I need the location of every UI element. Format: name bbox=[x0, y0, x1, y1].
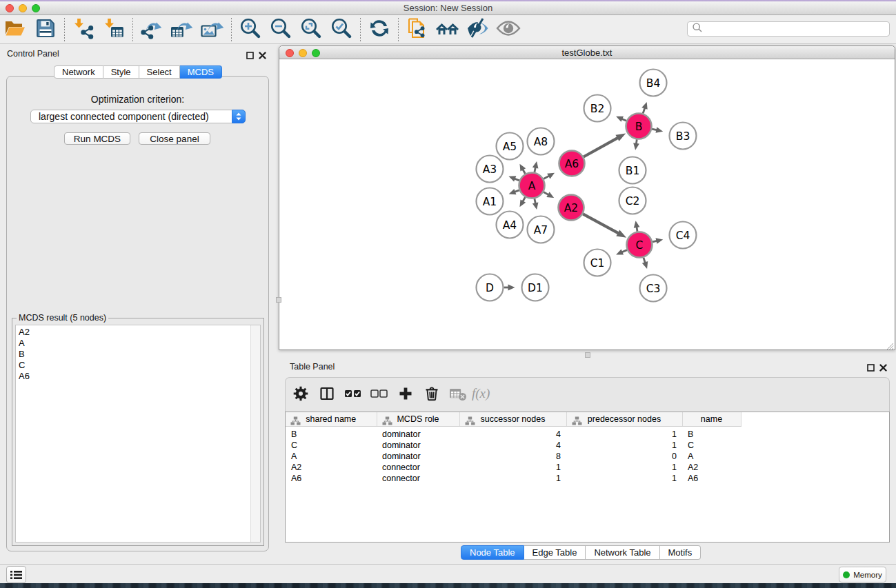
save-session-button[interactable] bbox=[30, 16, 61, 43]
horizontal-splitter-handle[interactable] bbox=[585, 352, 590, 358]
close-panel-icon[interactable] bbox=[259, 50, 266, 62]
edge-A2-C[interactable] bbox=[583, 214, 619, 234]
graph-node-C[interactable]: C bbox=[627, 232, 653, 258]
graph-node-C2[interactable]: C2 bbox=[619, 187, 646, 214]
import-network-button[interactable] bbox=[68, 16, 99, 43]
mcds-result-item[interactable]: C bbox=[19, 360, 260, 371]
table-cell[interactable]: dominator bbox=[377, 440, 459, 451]
add-column-button[interactable] bbox=[392, 381, 419, 409]
table-cell[interactable]: 4 bbox=[459, 440, 566, 451]
table-cell[interactable]: C bbox=[682, 440, 741, 451]
graph-node-A7[interactable]: A7 bbox=[528, 216, 555, 243]
zoom-out-button[interactable] bbox=[266, 16, 296, 43]
graph-node-B1[interactable]: B1 bbox=[619, 157, 646, 184]
table-cell[interactable]: B bbox=[286, 429, 377, 440]
run-mcds-button[interactable]: Run MCDS bbox=[64, 132, 130, 145]
close-table-panel-icon[interactable] bbox=[879, 362, 887, 374]
network-zoom-button[interactable] bbox=[312, 49, 320, 57]
hide-selected-button[interactable] bbox=[463, 16, 493, 43]
delete-column-button[interactable] bbox=[419, 381, 445, 409]
control-tab-network[interactable]: Network bbox=[54, 65, 103, 79]
table-tab-edge-table[interactable]: Edge Table bbox=[524, 545, 586, 560]
mcds-result-item[interactable]: A bbox=[19, 338, 260, 349]
table-row[interactable]: A6connector11A6 bbox=[286, 473, 741, 484]
open-file-button[interactable] bbox=[0, 16, 30, 43]
table-row[interactable]: A2connector11A2 bbox=[286, 462, 741, 473]
panel-selector-button[interactable] bbox=[6, 566, 26, 583]
memory-button[interactable]: Memory bbox=[839, 567, 886, 582]
show-all-button[interactable] bbox=[432, 16, 463, 43]
table-cell[interactable]: connector bbox=[377, 462, 459, 473]
graph-node-C1[interactable]: C1 bbox=[584, 250, 611, 276]
zoom-fit-button[interactable] bbox=[296, 16, 326, 43]
table-cell[interactable]: 0 bbox=[566, 451, 682, 462]
select-all-button[interactable] bbox=[340, 381, 366, 409]
export-network-button[interactable] bbox=[137, 16, 167, 43]
table-cell[interactable]: 1 bbox=[459, 462, 566, 473]
table-settings-button[interactable] bbox=[288, 381, 314, 409]
float-panel-icon[interactable] bbox=[246, 50, 254, 62]
float-table-panel-icon[interactable] bbox=[867, 362, 875, 374]
table-cell[interactable]: C bbox=[286, 440, 377, 451]
graph-node-A5[interactable]: A5 bbox=[497, 133, 524, 160]
close-panel-button[interactable]: Close panel bbox=[139, 132, 210, 145]
network-window-titlebar[interactable]: testGlobe.txt bbox=[279, 46, 895, 59]
control-tab-mcds[interactable]: MCDS bbox=[180, 65, 222, 79]
table-cell[interactable]: 1 bbox=[566, 473, 682, 484]
graph-node-B3[interactable]: B3 bbox=[670, 123, 697, 150]
table-cell[interactable]: 1 bbox=[566, 429, 682, 440]
table-row[interactable]: Cdominator41C bbox=[286, 440, 741, 451]
graph-node-B[interactable]: B bbox=[626, 114, 652, 139]
table-cell[interactable]: A bbox=[682, 451, 741, 462]
zoom-window-button[interactable] bbox=[32, 4, 40, 12]
graph-node-B2[interactable]: B2 bbox=[584, 95, 611, 122]
deselect-all-button[interactable] bbox=[366, 381, 392, 409]
close-window-button[interactable] bbox=[6, 4, 14, 12]
table-cell[interactable]: A6 bbox=[682, 473, 741, 484]
mcds-result-list[interactable]: A2ABCA6 bbox=[15, 325, 261, 543]
mcds-result-item[interactable]: A6 bbox=[19, 371, 260, 382]
graph-node-A6[interactable]: A6 bbox=[559, 151, 585, 176]
graph-node-A1[interactable]: A1 bbox=[477, 188, 504, 215]
edge-A6-B[interactable] bbox=[584, 137, 619, 156]
table-cell[interactable]: A2 bbox=[286, 462, 377, 473]
graph-node-A4[interactable]: A4 bbox=[497, 212, 524, 239]
table-cell[interactable]: B bbox=[682, 429, 741, 440]
graph-node-A2[interactable]: A2 bbox=[559, 195, 584, 221]
table-cell[interactable]: 8 bbox=[459, 451, 566, 462]
table-cell[interactable]: dominator bbox=[377, 451, 459, 462]
search-field[interactable] bbox=[687, 21, 890, 37]
column-header-MCDS-role[interactable]: MCDS role bbox=[377, 412, 459, 426]
column-header-shared-name[interactable]: shared name bbox=[286, 412, 377, 426]
graph-node-C4[interactable]: C4 bbox=[670, 222, 697, 249]
graph-node-A8[interactable]: A8 bbox=[528, 128, 555, 155]
graph-node-C3[interactable]: C3 bbox=[640, 275, 667, 302]
graph-node-B4[interactable]: B4 bbox=[640, 70, 667, 97]
first-neighbors-button[interactable] bbox=[364, 16, 395, 43]
control-tab-select[interactable]: Select bbox=[139, 65, 180, 79]
graph-node-A[interactable]: A bbox=[519, 173, 545, 199]
mcds-result-item[interactable]: B bbox=[19, 349, 260, 360]
column-header-name[interactable]: name bbox=[682, 412, 741, 426]
zoom-in-button[interactable] bbox=[235, 16, 266, 43]
import-table-button[interactable] bbox=[99, 16, 129, 43]
vertical-splitter-handle[interactable] bbox=[276, 297, 281, 303]
result-scrollbar[interactable] bbox=[250, 325, 260, 542]
zoom-selected-button[interactable] bbox=[326, 16, 357, 43]
graph-node-D[interactable]: D bbox=[477, 274, 504, 301]
graph-node-A3[interactable]: A3 bbox=[477, 156, 504, 183]
new-network-from-selection-button[interactable] bbox=[402, 16, 432, 43]
network-close-button[interactable] bbox=[286, 49, 294, 57]
table-row[interactable]: Adominator80A bbox=[286, 451, 741, 462]
table-cell[interactable]: 4 bbox=[459, 429, 566, 440]
table-tab-network-table[interactable]: Network Table bbox=[586, 545, 659, 560]
minimize-window-button[interactable] bbox=[19, 4, 27, 12]
column-layout-button[interactable] bbox=[314, 381, 340, 409]
mcds-result-item[interactable]: A2 bbox=[19, 327, 260, 338]
table-cell[interactable]: connector bbox=[377, 473, 459, 484]
table-tab-motifs[interactable]: Motifs bbox=[660, 545, 701, 560]
window-resize-grip[interactable] bbox=[886, 341, 894, 349]
table-cell[interactable]: A6 bbox=[286, 473, 377, 484]
table-cell[interactable]: 1 bbox=[566, 440, 682, 451]
network-minimize-button[interactable] bbox=[299, 49, 307, 57]
